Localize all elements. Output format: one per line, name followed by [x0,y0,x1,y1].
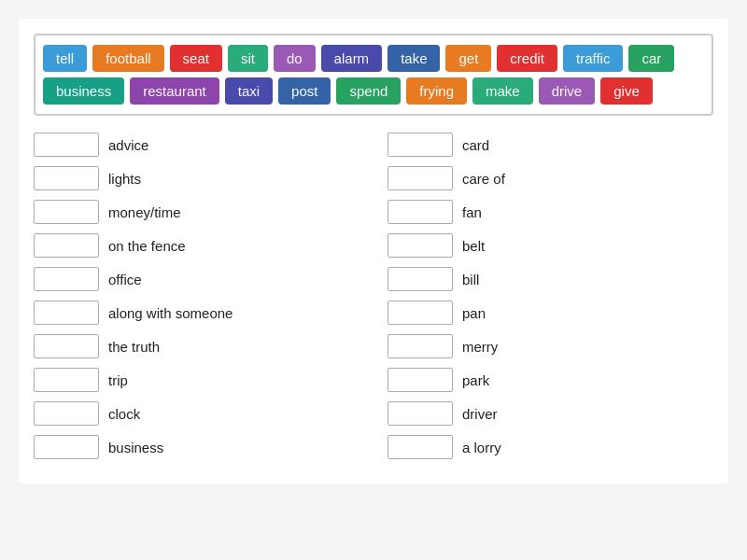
word-tag-restaurant[interactable]: restaurant [130,77,219,105]
answer-box[interactable] [34,166,99,190]
word-tag-frying[interactable]: frying [406,77,467,105]
answer-box[interactable] [388,435,453,459]
list-item: care of [388,166,713,190]
item-label: money/time [108,204,181,220]
answer-box[interactable] [34,200,99,224]
word-tag-taxi[interactable]: taxi [225,77,273,105]
item-label: card [462,137,489,153]
answer-box[interactable] [388,267,453,291]
item-label: lights [108,171,141,187]
item-label: care of [462,171,505,187]
item-label: the truth [108,339,160,355]
word-tag-business[interactable]: business [43,77,124,105]
item-label: driver [462,406,498,422]
answer-box[interactable] [388,301,453,325]
answer-box[interactable] [34,301,99,325]
word-tag-spend[interactable]: spend [336,77,401,105]
answer-box[interactable] [388,401,453,426]
item-label: office [108,272,142,287]
word-tag-credit[interactable]: credit [497,45,557,72]
word-tag-drive[interactable]: drive [539,77,596,105]
answer-box[interactable] [34,267,99,291]
list-item: lights [34,166,359,190]
answer-box[interactable] [388,200,453,224]
list-item: business [34,435,359,459]
word-tag-sit[interactable]: sit [228,45,268,72]
word-tag-football[interactable]: football [92,45,163,72]
answer-box[interactable] [34,401,99,426]
list-item: pan [388,301,713,325]
list-item: driver [388,401,713,426]
word-tag-alarm[interactable]: alarm [321,45,383,72]
word-tag-make[interactable]: make [472,77,533,105]
word-tag-tell[interactable]: tell [43,45,87,72]
list-item: card [388,133,713,157]
right-column: cardcare offanbeltbillpanmerryparkdriver… [388,133,713,469]
answer-box[interactable] [388,166,453,190]
answer-box[interactable] [34,133,99,157]
list-item: money/time [34,200,359,224]
answer-box[interactable] [34,368,99,392]
list-item: the truth [34,334,359,358]
list-item: park [388,368,713,392]
word-bank: tellfootballseatsitdoalarmtakegetcreditt… [34,34,713,116]
item-label: fan [462,204,482,220]
item-label: park [462,372,489,388]
list-item: advice [34,133,359,157]
item-label: belt [462,238,485,254]
left-column: advicelightsmoney/timeon the fenceoffice… [34,133,359,469]
word-tag-seat[interactable]: seat [170,45,222,72]
list-item: bill [388,267,713,291]
list-item: along with someone [34,301,359,325]
main-container: tellfootballseatsitdoalarmtakegetcreditt… [19,19,728,483]
list-item: office [34,267,359,291]
list-item: clock [34,401,359,426]
answer-box[interactable] [388,368,453,392]
word-tag-give[interactable]: give [600,77,653,105]
word-tag-do[interactable]: do [274,45,316,72]
word-tag-post[interactable]: post [278,77,331,105]
item-label: pan [462,305,486,321]
answer-box[interactable] [388,133,453,157]
item-label: advice [108,137,148,153]
exercise-area: advicelightsmoney/timeon the fenceoffice… [34,133,713,469]
answer-box[interactable] [388,233,453,258]
item-label: along with someone [108,305,233,321]
answer-box[interactable] [34,334,99,358]
list-item: merry [388,334,713,358]
list-item: fan [388,200,713,224]
answer-box[interactable] [34,233,99,258]
word-tag-take[interactable]: take [388,45,440,72]
list-item: on the fence [34,233,359,258]
item-label: on the fence [108,238,186,254]
word-tag-traffic[interactable]: traffic [563,45,623,72]
word-tag-car[interactable]: car [628,45,674,72]
answer-box[interactable] [34,435,99,459]
list-item: trip [34,368,359,392]
word-tag-get[interactable]: get [445,45,491,72]
list-item: belt [388,233,713,258]
item-label: bill [462,272,479,287]
item-label: business [108,440,163,455]
answer-box[interactable] [388,334,453,358]
item-label: clock [108,406,140,422]
item-label: merry [462,339,498,355]
list-item: a lorry [388,435,713,459]
item-label: a lorry [462,440,501,455]
item-label: trip [108,372,128,388]
